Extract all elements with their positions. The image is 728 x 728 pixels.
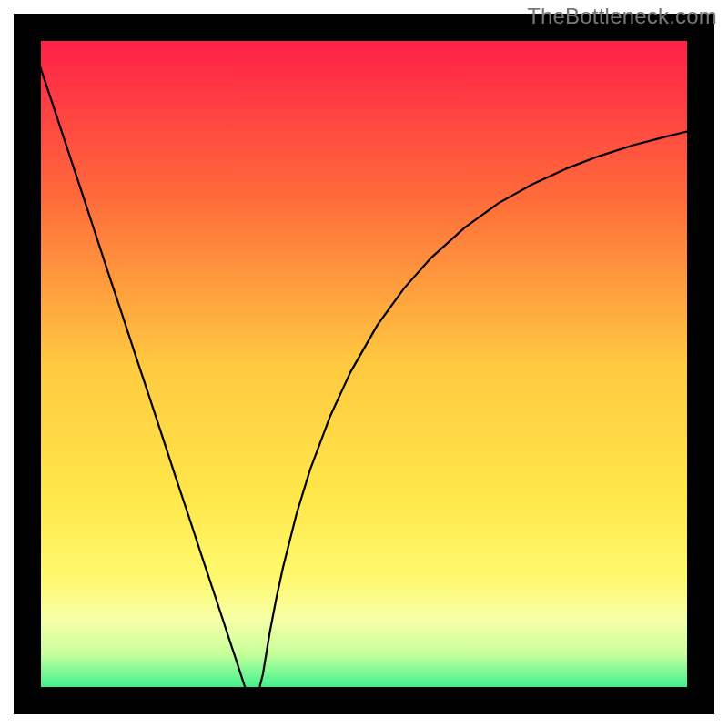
- watermark-text: TheBottleneck.com: [527, 4, 717, 29]
- plot-background: [27, 27, 701, 701]
- chart-container: TheBottleneck.com: [0, 0, 728, 728]
- bottleneck-chart: [0, 0, 728, 728]
